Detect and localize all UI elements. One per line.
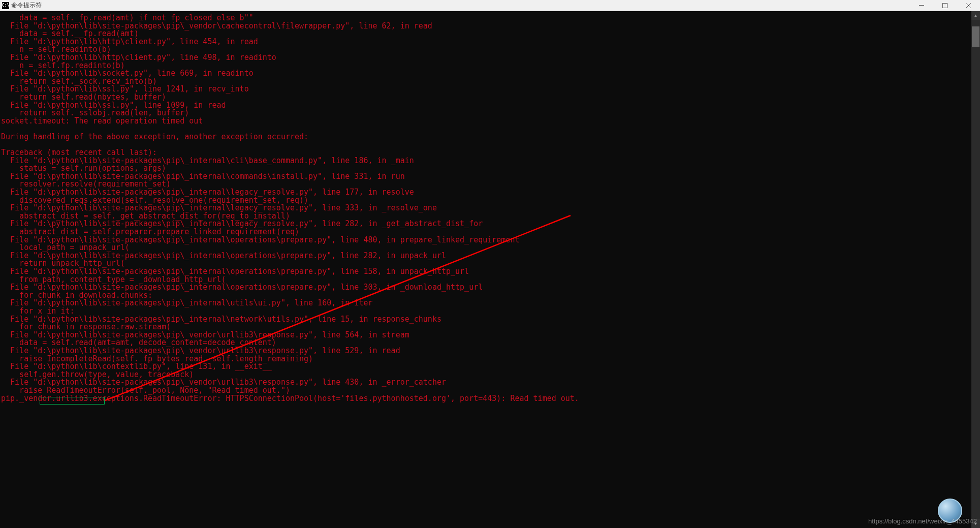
minimize-button[interactable] — [910, 0, 933, 11]
terminal-line: File "d:\python\lib\site-packages\pip\_v… — [1, 22, 980, 30]
window-controls — [910, 0, 980, 11]
terminal-line: File "d:\python\lib\http\client.py", lin… — [1, 38, 980, 46]
watermark: https://blog.csdn.net/weixin_4455342 — [868, 517, 977, 525]
close-button[interactable] — [957, 0, 980, 11]
maximize-icon — [942, 3, 947, 8]
svg-rect-1 — [943, 3, 947, 8]
scrollbar-up-arrow[interactable]: ▲ — [971, 11, 980, 20]
window-title: 命令提示符 — [11, 1, 42, 10]
terminal-output: data = self._fp.read(amt) if not fp_clos… — [0, 11, 980, 402]
scrollbar-thumb[interactable] — [972, 26, 979, 47]
cmd-icon: C:\ — [2, 2, 9, 9]
terminal-line: File "d:\python\lib\site-packages\pip\_i… — [1, 236, 980, 244]
close-icon — [966, 3, 971, 8]
maximize-button[interactable] — [933, 0, 957, 11]
window-titlebar: C:\ 命令提示符 — [0, 0, 980, 11]
terminal-line: File "d:\python\lib\http\client.py", lin… — [1, 54, 980, 62]
terminal-line: socket.timeout: The read operation timed… — [1, 117, 980, 126]
terminal-area[interactable]: data = self._fp.read(amt) if not fp_clos… — [0, 11, 980, 528]
terminal-line: pip._vendor.urllib3.exceptions.ReadTimeo… — [1, 395, 980, 403]
terminal-line: During handling of the above exception, … — [1, 133, 980, 141]
terminal-line: File "d:\python\lib\site-packages\pip\_i… — [1, 252, 980, 260]
titlebar-left: C:\ 命令提示符 — [2, 1, 42, 10]
scrollbar-track[interactable]: ▲ ▼ — [971, 11, 980, 528]
svg-rect-0 — [919, 5, 924, 6]
terminal-line: File "d:\python\lib\site-packages\pip\_i… — [1, 299, 980, 307]
minimize-icon — [919, 5, 924, 6]
